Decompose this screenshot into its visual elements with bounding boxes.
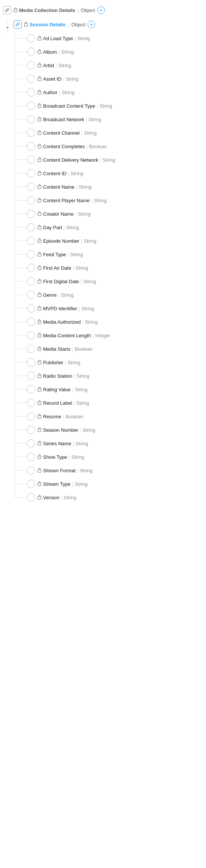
field-name: Content Name xyxy=(43,184,75,190)
node-circle xyxy=(27,102,35,110)
svg-rect-43 xyxy=(38,213,41,216)
lock-icon xyxy=(37,211,42,217)
lock-icon xyxy=(37,157,42,163)
session-details-type: Object xyxy=(72,22,86,27)
node-circle xyxy=(27,115,35,123)
node-circle xyxy=(27,277,35,285)
svg-rect-40 xyxy=(38,200,41,202)
field-type: String xyxy=(79,184,91,190)
field-name: Version xyxy=(43,495,59,500)
node-circle xyxy=(27,156,35,164)
lock-icon xyxy=(37,360,42,365)
field-type: String xyxy=(85,319,98,325)
node-circle xyxy=(27,493,35,502)
field-row: Day Part|String xyxy=(12,221,206,234)
node-circle xyxy=(27,412,35,420)
field-name: Album xyxy=(43,49,57,55)
field-name: Rating Value xyxy=(43,387,70,392)
svg-rect-76 xyxy=(38,362,41,364)
lock-icon xyxy=(37,103,42,109)
field-type: String xyxy=(78,211,91,217)
node-circle xyxy=(27,304,35,312)
svg-rect-4 xyxy=(38,38,41,40)
field-row: First Digital Date|String xyxy=(12,275,206,288)
field-row: Creator Name|String xyxy=(12,207,206,221)
svg-rect-34 xyxy=(38,173,41,175)
svg-rect-97 xyxy=(38,456,41,459)
field-type: String xyxy=(94,198,107,203)
lock-icon xyxy=(37,414,42,419)
field-type: String xyxy=(80,468,93,473)
node-circle xyxy=(27,439,35,448)
node-circle xyxy=(27,34,35,42)
field-type: Boolean xyxy=(89,144,107,149)
lock-icon xyxy=(37,63,42,68)
field-name: Genre xyxy=(43,292,57,298)
field-name: Season Number xyxy=(43,427,78,433)
svg-rect-22 xyxy=(38,119,41,121)
svg-rect-16 xyxy=(38,92,41,94)
svg-rect-19 xyxy=(38,105,41,108)
expand-session-button[interactable]: ▾ xyxy=(7,26,9,30)
node-circle xyxy=(27,466,35,475)
svg-rect-82 xyxy=(38,389,41,391)
node-circle xyxy=(27,318,35,326)
media-collection-row: Media Collection Details | Object + xyxy=(0,3,206,17)
node-circle xyxy=(27,210,35,218)
lock-icon xyxy=(37,454,42,460)
field-row: Episode Number|String xyxy=(12,234,206,248)
node-circle xyxy=(27,237,35,245)
field-type: String xyxy=(77,36,90,41)
node-circle xyxy=(27,385,35,393)
session-details-add-button[interactable]: + xyxy=(88,21,95,28)
field-name: Media Content Length xyxy=(43,333,91,338)
node-circle xyxy=(27,399,35,407)
svg-rect-31 xyxy=(38,159,41,162)
field-row: Series Name|String xyxy=(12,437,206,450)
field-name: Series Name xyxy=(43,441,71,446)
field-row: First Air Date|String xyxy=(12,261,206,275)
lock-icon xyxy=(37,292,42,298)
node-circle xyxy=(27,426,35,434)
field-row: Record Label|String xyxy=(12,396,206,410)
field-type: String xyxy=(83,279,96,284)
field-name: Broadcast Network xyxy=(43,117,84,122)
session-details-link-icon[interactable] xyxy=(13,20,22,29)
field-row: Genre|String xyxy=(12,288,206,302)
field-name: Creator Name xyxy=(43,211,74,217)
media-collection-lock-icon xyxy=(13,8,18,13)
media-collection-add-button[interactable]: + xyxy=(97,6,105,14)
field-type: String xyxy=(84,238,96,244)
field-name: Asset ID xyxy=(43,76,61,82)
lock-icon xyxy=(37,441,42,446)
field-type: Boolean xyxy=(75,346,93,352)
field-name: Record Label xyxy=(43,400,72,406)
node-circle xyxy=(27,358,35,366)
field-row: Asset ID|String xyxy=(12,72,206,86)
svg-rect-25 xyxy=(38,132,41,135)
lock-icon xyxy=(37,495,42,500)
field-type: String xyxy=(75,481,88,487)
svg-rect-94 xyxy=(38,443,41,445)
field-row: Artist|String xyxy=(12,59,206,72)
media-collection-label: Media Collection Details xyxy=(19,8,75,13)
node-circle xyxy=(27,88,35,96)
field-type: String xyxy=(66,76,79,82)
node-circle xyxy=(27,250,35,258)
fields-list: Ad Load Type|StringAlbum|StringArtist|St… xyxy=(12,32,206,504)
svg-rect-0 xyxy=(14,9,17,12)
field-row: Content Name|String xyxy=(12,180,206,194)
lock-icon xyxy=(37,225,42,230)
svg-rect-46 xyxy=(38,227,41,229)
field-name: Content ID xyxy=(43,171,66,176)
field-row: Version|String xyxy=(12,491,206,504)
field-type: String xyxy=(76,373,89,379)
node-circle xyxy=(27,196,35,204)
lock-icon xyxy=(37,468,42,473)
media-collection-link-icon[interactable] xyxy=(3,6,11,14)
field-type: String xyxy=(62,90,75,95)
session-details-label: Session Details xyxy=(30,22,66,27)
svg-rect-1 xyxy=(24,24,28,26)
field-type: String xyxy=(70,252,83,257)
field-type: String xyxy=(84,130,97,136)
